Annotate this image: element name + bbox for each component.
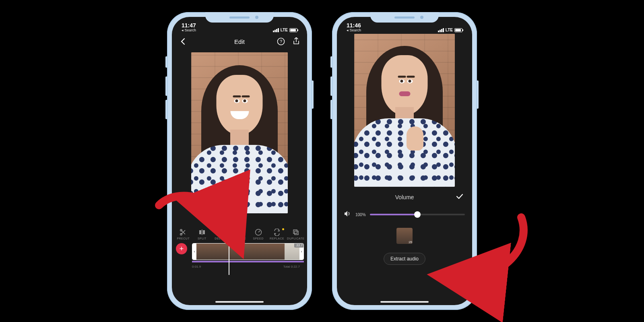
status-indicators: LTE <box>438 28 462 32</box>
volume-slider-thumb[interactable] <box>414 211 421 218</box>
speed-icon <box>255 229 262 236</box>
trash-icon <box>217 229 224 236</box>
battery-icon <box>454 28 462 32</box>
total-time: Total 0:22.7 <box>283 265 300 268</box>
playhead[interactable] <box>229 242 229 275</box>
signal-icon <box>273 28 279 32</box>
playhead-time: 0:01.9 <box>192 265 201 268</box>
svg-rect-8 <box>293 230 297 233</box>
video-preview[interactable] <box>354 34 455 187</box>
tool-label: SPLIT <box>198 237 206 240</box>
volume-icon <box>344 211 351 218</box>
add-clip-button[interactable]: + <box>176 243 187 254</box>
audio-track[interactable] <box>192 261 304 262</box>
tool-delete[interactable]: DELETE <box>212 229 230 240</box>
volume-slider[interactable] <box>370 214 465 215</box>
status-indicators: LTE <box>273 28 297 32</box>
share-button[interactable] <box>292 37 301 46</box>
tool-label: REPLACE <box>270 237 284 240</box>
help-button[interactable]: ? <box>277 37 285 46</box>
tool-label: DUPLICATE <box>287 237 304 240</box>
tool-speed[interactable]: SPEED <box>249 229 267 240</box>
tool-label: PRECUT <box>177 237 190 240</box>
phone-mockup-left: 11:47 Search LTE Edit ? <box>167 12 312 310</box>
phone-notch <box>370 12 439 23</box>
confirm-button[interactable] <box>456 194 463 201</box>
tool-precut[interactable]: PRECUT <box>174 229 192 240</box>
volume-slider-fill <box>370 214 417 215</box>
volume-icon <box>236 229 243 236</box>
phone-mockup-right: 11:46 Search LTE Volume <box>332 12 477 310</box>
clip-duration-badge: :22.7 <box>294 243 304 248</box>
duplicate-icon <box>292 229 299 236</box>
tool-split[interactable]: SPLIT <box>193 229 211 240</box>
notification-dot-icon <box>282 228 284 230</box>
share-icon <box>293 37 300 45</box>
app-screen-volume: 11:46 Search LTE Volume <box>337 17 472 305</box>
clip-thumbnail-duration: :23 <box>408 241 412 244</box>
nav-bar: Edit ? <box>172 33 307 50</box>
tool-label: SPEED <box>253 237 263 240</box>
battery-icon <box>289 28 297 32</box>
trim-handle-left[interactable]: ‹ <box>192 244 196 260</box>
check-icon <box>456 194 463 199</box>
svg-rect-9 <box>295 231 298 235</box>
help-circle-icon: ? <box>277 37 285 45</box>
clip-timeline[interactable]: ‹ › :22.7 <box>192 243 304 260</box>
volume-slider-row: 100% <box>344 211 465 218</box>
status-back-to-app[interactable]: Search <box>347 28 361 32</box>
app-screen-edit: 11:47 Search LTE Edit ? <box>172 17 307 305</box>
network-label: LTE <box>446 28 453 32</box>
edit-toolbar: PRECUT SPLIT DELETE VOLUME SPEED REP <box>172 227 307 240</box>
timeline-area: + ‹ › :22.7 0:01.9 Total 0:22.7 <box>172 240 307 268</box>
volume-value-label: 100% <box>355 213 366 217</box>
status-time: 11:46 <box>347 22 361 29</box>
tool-label: VOLUME <box>233 237 246 240</box>
video-preview[interactable] <box>191 52 288 213</box>
home-indicator[interactable] <box>380 301 429 303</box>
play-button[interactable] <box>237 217 242 223</box>
replace-icon <box>273 229 281 236</box>
split-icon <box>198 229 206 236</box>
tool-replace[interactable]: REPLACE <box>268 229 286 240</box>
volume-panel: Volume 100% :23 Extract audio <box>337 187 472 265</box>
chevron-left-icon <box>180 38 185 45</box>
svg-text:?: ? <box>280 39 282 44</box>
network-label: LTE <box>281 28 288 32</box>
tool-duplicate[interactable]: DUPLICATE <box>287 229 305 240</box>
phone-notch <box>205 12 274 23</box>
signal-icon <box>438 28 444 32</box>
scissors-icon <box>180 229 187 236</box>
home-indicator[interactable] <box>215 301 264 303</box>
svg-rect-4 <box>199 230 201 234</box>
tool-label: DELETE <box>215 237 227 240</box>
svg-rect-5 <box>203 230 205 234</box>
back-button[interactable] <box>178 37 187 46</box>
clip-thumbnail[interactable]: :23 <box>396 228 413 244</box>
status-time: 11:47 <box>182 22 196 29</box>
timeline-frames[interactable] <box>196 244 299 260</box>
tool-volume[interactable]: VOLUME <box>231 229 249 240</box>
extract-audio-button[interactable]: Extract audio <box>384 253 425 265</box>
panel-title: Volume <box>395 194 414 200</box>
page-title: Edit <box>234 38 245 45</box>
status-back-to-app[interactable]: Search <box>182 28 196 32</box>
